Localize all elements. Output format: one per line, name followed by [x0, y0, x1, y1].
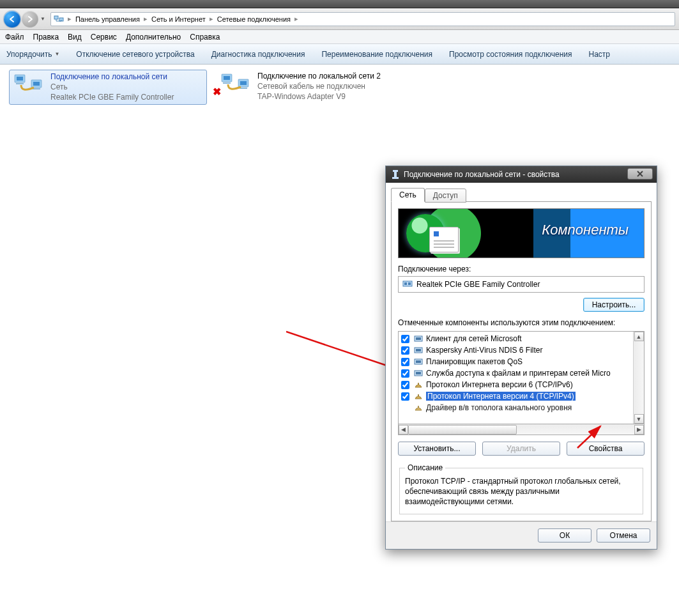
breadcrumb-network-internet[interactable]: Сеть и Интернет — [149, 15, 208, 23]
svg-rect-19 — [404, 282, 407, 285]
install-button[interactable]: Установить... — [398, 442, 476, 456]
menu-advanced[interactable]: Дополнительно — [126, 33, 181, 42]
network-adapter-disconnected-icon: ✖ — [220, 71, 251, 98]
connection-item-lan2[interactable]: ✖ Подключение по локальной сети 2 Сетево… — [220, 71, 418, 102]
error-x-icon: ✖ — [213, 85, 221, 99]
view-status-button[interactable]: Просмотр состояния подключения — [449, 50, 572, 59]
dialog-title-text: Подключение по локальной сети - свойства — [404, 170, 560, 179]
vertical-scrollbar[interactable]: ▲ ▼ — [633, 332, 644, 424]
list-item[interactable]: Клиент для сетей Microsoft — [399, 333, 633, 344]
back-button[interactable] — [4, 11, 20, 27]
components-list[interactable]: Клиент для сетей Microsoft Kaspersky Ant… — [398, 331, 645, 424]
breadcrumb-separator: ▸ — [142, 15, 149, 23]
arrow-right-icon — [26, 15, 34, 23]
menu-edit[interactable]: Правка — [33, 33, 59, 42]
scroll-thumb[interactable] — [408, 425, 517, 435]
svg-rect-16 — [394, 172, 397, 177]
dialog-titlebar[interactable]: Подключение по локальной сети - свойства — [386, 166, 657, 183]
scroll-down-icon[interactable]: ▼ — [634, 414, 644, 424]
svg-rect-26 — [416, 360, 421, 363]
list-item[interactable]: Протокол Интернета версии 6 (TCP/IPv6) — [399, 379, 633, 390]
breadcrumb-separator: ▸ — [293, 15, 300, 23]
list-item[interactable]: Kaspersky Anti-Virus NDIS 6 Filter — [399, 344, 633, 356]
svg-rect-5 — [33, 82, 40, 86]
list-item-selected[interactable]: Протокол Интернета версии 4 (TCP/IPv4) — [399, 390, 633, 402]
history-dropdown-icon[interactable]: ▼ — [40, 16, 45, 22]
description-group: Описание Протокол TCP/IP - стандартный п… — [399, 463, 643, 514]
properties-button[interactable]: Свойства — [567, 442, 645, 456]
description-legend: Описание — [405, 463, 445, 472]
connection-text: Подключение по локальной сети 2 Сетевой … — [257, 71, 381, 102]
scroll-track[interactable] — [408, 425, 634, 435]
forward-button[interactable] — [22, 11, 38, 27]
svg-rect-24 — [416, 349, 421, 351]
breadcrumb-control-panel[interactable]: Панель управления — [73, 15, 142, 23]
file-sharing-icon — [413, 368, 423, 378]
client-icon — [413, 334, 423, 344]
menu-help[interactable]: Справка — [190, 33, 220, 42]
configure-button[interactable]: Настроить... — [583, 298, 645, 312]
svg-rect-4 — [17, 77, 23, 81]
content-area: Подключение по локальной сети Сеть Realt… — [0, 65, 679, 616]
components-banner: Компоненты — [398, 208, 645, 258]
settings-button[interactable]: Настр — [589, 50, 611, 59]
scroll-left-icon[interactable]: ◀ — [399, 425, 408, 435]
component-checkbox[interactable] — [401, 358, 409, 366]
disable-device-button[interactable]: Отключение сетевого устройства — [76, 50, 194, 59]
chevron-down-icon: ▼ — [54, 51, 59, 57]
component-checkbox[interactable] — [401, 392, 409, 401]
remove-button: Удалить — [482, 442, 560, 456]
diagnose-button[interactable]: Диагностика подключения — [211, 50, 305, 59]
breadcrumb-network-connections[interactable]: Сетевые подключения — [215, 15, 293, 23]
adapter-field: Realtek PCIe GBE Family Controller — [398, 276, 645, 293]
driver-icon — [413, 403, 423, 413]
adapter-name: Realtek PCIe GBE Family Controller — [416, 280, 540, 289]
connection-device: TAP-Windows Adapter V9 — [257, 91, 381, 102]
list-item[interactable]: Планировщик пакетов QoS — [399, 356, 633, 367]
tab-access[interactable]: Доступ — [425, 189, 466, 203]
menu-file[interactable]: Файл — [5, 33, 24, 42]
component-checkbox[interactable] — [401, 346, 409, 355]
component-checkbox[interactable] — [401, 335, 409, 343]
tab-panel-network: Компоненты Подключение через: Realtek PC… — [391, 201, 652, 521]
component-label: Планировщик пакетов QoS — [426, 357, 523, 366]
breadcrumb-bar[interactable]: ▸ Панель управления ▸ Сеть и Интернет ▸ … — [50, 12, 675, 26]
component-label: Клиент для сетей Microsoft — [426, 334, 522, 343]
scroll-up-icon[interactable]: ▲ — [634, 332, 644, 341]
arrow-left-icon — [8, 15, 16, 23]
menu-bar: Файл Правка Вид Сервис Дополнительно Спр… — [0, 30, 679, 44]
component-label: Служба доступа к файлам и принтерам сете… — [426, 369, 611, 378]
svg-rect-6 — [16, 83, 24, 84]
dialog-footer: ОК Отмена — [386, 521, 657, 549]
close-icon — [636, 171, 644, 177]
nav-buttons: ▼ — [4, 11, 45, 27]
rename-button[interactable]: Переименование подключения — [321, 50, 432, 59]
cancel-button[interactable]: Отмена — [597, 528, 650, 543]
component-checkbox[interactable] — [401, 381, 409, 389]
svg-rect-15 — [393, 170, 398, 172]
qos-icon — [413, 357, 423, 367]
tab-network[interactable]: Сеть — [391, 188, 425, 202]
dialog-icon — [391, 170, 400, 179]
svg-rect-28 — [416, 372, 421, 374]
dialog-close-button[interactable] — [627, 168, 653, 180]
network-location-icon — [54, 14, 64, 24]
breadcrumb-separator: ▸ — [208, 15, 215, 23]
component-checkbox[interactable] — [401, 369, 409, 378]
adapter-icon — [402, 279, 413, 291]
components-label: Отмеченные компоненты используются этим … — [398, 318, 645, 327]
ok-button[interactable]: ОК — [538, 528, 591, 543]
list-item[interactable]: Драйвер в/в тополога канального уровня — [399, 402, 633, 413]
menu-service[interactable]: Сервис — [91, 33, 117, 42]
component-label: Драйвер в/в тополога канального уровня — [426, 403, 572, 412]
components-list-body: Клиент для сетей Microsoft Kaspersky Ant… — [399, 332, 633, 424]
menu-view[interactable]: Вид — [68, 33, 82, 42]
list-item[interactable]: Служба доступа к файлам и принтерам сете… — [399, 367, 633, 379]
svg-rect-12 — [223, 82, 231, 84]
scroll-right-icon[interactable]: ▶ — [634, 425, 644, 435]
connection-status: Сетевой кабель не подключен — [257, 81, 381, 91]
organize-button[interactable]: Упорядочить ▼ — [6, 50, 59, 59]
connection-item-lan1[interactable]: Подключение по локальной сети Сеть Realt… — [9, 70, 207, 105]
horizontal-scrollbar[interactable]: ◀ ▶ — [398, 424, 645, 435]
network-adapter-icon — [13, 72, 44, 98]
